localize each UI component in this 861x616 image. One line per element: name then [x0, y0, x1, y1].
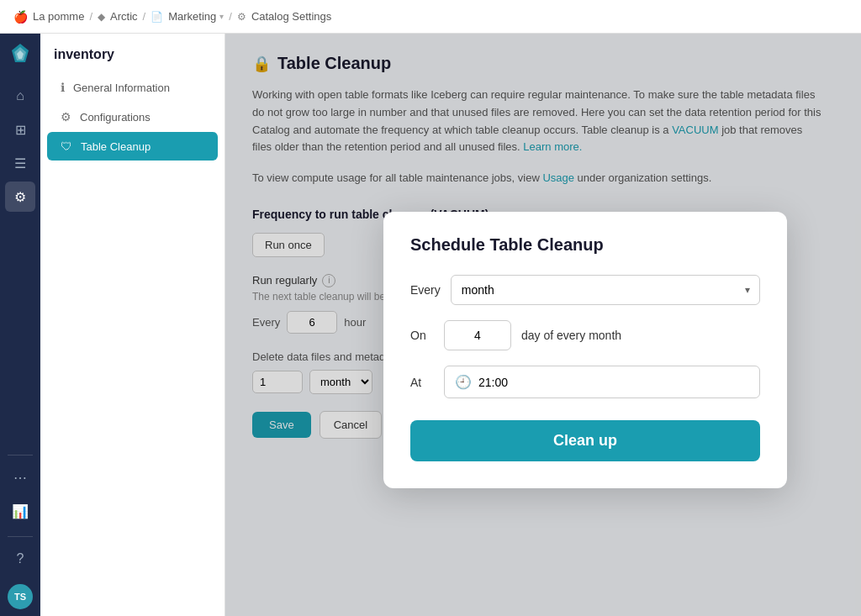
pomme-icon: 🍎: [13, 10, 28, 24]
modal-on-label: On: [410, 329, 434, 342]
catalog-icon: ⚙: [237, 11, 246, 23]
modal-every-label: Every: [410, 283, 441, 297]
sidebar-list-btn[interactable]: ☰: [5, 148, 35, 178]
avatar[interactable]: TS: [8, 584, 33, 609]
modal-time-value: 21:00: [478, 376, 508, 389]
breadcrumb-catalog-settings[interactable]: Catalog Settings: [251, 10, 331, 23]
breadcrumb-arctic[interactable]: Arctic: [110, 10, 138, 23]
nav-item-label: Configurations: [80, 111, 151, 124]
breadcrumb-marketing-dropdown[interactable]: Marketing ▾: [168, 10, 224, 23]
modal-on-row: On day of every month: [410, 320, 760, 350]
info-icon: ℹ: [61, 81, 65, 94]
main-content: 🔒 Table Cleanup Working with open table …: [225, 34, 861, 616]
nav-item-configurations[interactable]: ⚙ Configurations: [47, 103, 218, 131]
breadcrumb: 🍎 La pomme / ◆ Arctic / 📄 Marketing ▾ / …: [13, 10, 331, 24]
modal-time-input[interactable]: 🕘 21:00: [444, 366, 760, 398]
gear-icon: ⚙: [61, 110, 71, 124]
modal-every-row: Every month week day hour ▾: [410, 275, 760, 305]
sidebar-help-btn[interactable]: ?: [5, 544, 35, 574]
sidebar-settings-btn[interactable]: ⚙: [5, 182, 35, 212]
modal-day-input[interactable]: [444, 320, 511, 350]
sidebar-apps-btn[interactable]: ⋯: [5, 462, 35, 492]
logo: [7, 40, 34, 67]
sidebar-home-btn[interactable]: ⌂: [5, 81, 35, 111]
modal-day-suffix: day of every month: [521, 329, 621, 342]
nav-item-table-cleanup[interactable]: 🛡 Table Cleanup: [47, 132, 218, 161]
main-layout: ⌂ ⊞ ☰ ⚙ ⋯ 📊 ? TS inventory ℹ General Inf…: [0, 34, 861, 616]
shield-icon: 🛡: [61, 140, 72, 153]
modal-frequency-select[interactable]: month week day hour: [451, 275, 760, 305]
nav-title: inventory: [40, 47, 224, 72]
arctic-icon: ◆: [98, 11, 105, 23]
modal-overlay: Schedule Table Cleanup Every month week …: [225, 34, 861, 616]
sidebar-divider: [8, 455, 33, 455]
sidebar-grid-btn[interactable]: ⊞: [5, 114, 35, 145]
modal-at-label: At: [410, 376, 434, 389]
breadcrumb-lapomme[interactable]: La pomme: [33, 10, 84, 23]
marketing-icon: 📄: [151, 11, 163, 23]
modal-at-row: At 🕘 21:00: [410, 366, 760, 398]
sidebar-chart-btn[interactable]: 📊: [5, 496, 35, 526]
topbar: 🍎 La pomme / ◆ Arctic / 📄 Marketing ▾ / …: [0, 0, 861, 34]
nav-item-label: Table Cleanup: [81, 140, 151, 153]
sidebar-divider2: [8, 536, 33, 537]
nav-item-general-information[interactable]: ℹ General Information: [47, 73, 218, 102]
modal-frequency-wrapper: month week day hour ▾: [451, 275, 760, 305]
cleanup-button[interactable]: Clean up: [410, 420, 760, 461]
chevron-down-icon: ▾: [219, 12, 224, 21]
icon-sidebar: ⌂ ⊞ ☰ ⚙ ⋯ 📊 ? TS: [0, 34, 40, 616]
modal-title: Schedule Table Cleanup: [410, 235, 760, 255]
clock-icon: 🕘: [455, 374, 472, 390]
left-nav: inventory ℹ General Information ⚙ Config…: [40, 34, 225, 616]
schedule-modal: Schedule Table Cleanup Every month week …: [383, 212, 787, 488]
nav-item-label: General Information: [73, 82, 170, 94]
